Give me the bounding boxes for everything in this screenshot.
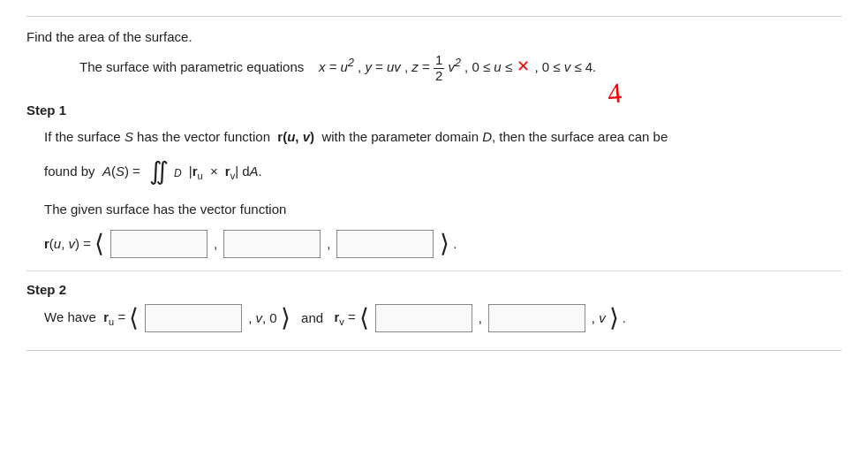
ruv-box3-input[interactable] [336, 230, 434, 258]
rv-box1-input[interactable] [375, 304, 472, 332]
find-area-text: Find the area of the surface. [26, 29, 842, 44]
step1-formula-line: found by A(S) = ∬ D |ru × rv| dA. [44, 159, 842, 186]
step1-ruv-formula: r(u, v) = ⟨ , , ⟩ . [44, 230, 842, 258]
step1-rv: rv| dA. [225, 159, 262, 186]
step1-label: Step 1 [26, 103, 842, 118]
step1-given-block: The given surface has the vector functio… [44, 197, 842, 258]
problem-eq-x: x [319, 59, 326, 74]
problem-eq-v: v [564, 59, 571, 74]
step1-with: with the parameter domain D, then the su… [318, 129, 668, 144]
problem-eq-eq2: = [375, 59, 387, 74]
step1-found-by: found by A(S) = [44, 159, 144, 185]
problem-eq-u2: u2 [341, 59, 354, 74]
step2-period: . [623, 306, 626, 331]
step2-content: We have ru = ⟨ , v, 0 ⟩ and rv = ⟨ , , v… [44, 304, 842, 332]
angle-left-icon: ⟨ [94, 232, 104, 256]
problem-statement: The surface with parametric equations x … [79, 53, 842, 83]
step2-we-have: We have ru = [44, 305, 125, 331]
page: Find the area of the surface. The surfac… [0, 0, 868, 472]
step2-angle-right1-icon: ⟩ [281, 306, 291, 331]
double-int-d: D [174, 164, 182, 184]
step2-comma2: , [479, 306, 482, 331]
step2-comma1: , v, 0 [248, 306, 277, 331]
problem-eq-v2: v2 [448, 59, 460, 74]
step2-rv-label: rv = [334, 305, 355, 331]
ruv-box1-input[interactable] [110, 230, 208, 258]
problem-eq-y: y [365, 59, 372, 74]
ruv-comma1: , [214, 232, 217, 257]
bottom-border [26, 350, 842, 351]
step1-section: Step 1 If the surface S has the vector f… [26, 103, 842, 258]
problem-intro: The surface with parametric equations [79, 59, 304, 74]
step1-given-text: The given surface has the vector functio… [44, 197, 842, 223]
annotation-4: 4 [606, 68, 624, 118]
step1-norm1: |ru [185, 159, 203, 186]
step1-cross-icon: × [207, 159, 222, 185]
step2-angle-right2-icon: ⟩ [609, 306, 619, 331]
double-integral-icon: ∬ [149, 159, 169, 184]
problem-eq-uv: uv [387, 59, 401, 74]
problem-eq-comma3: , 0 ≤ [464, 59, 494, 74]
top-border [26, 16, 842, 17]
step2-angle-left2-icon: ⟨ [359, 306, 369, 331]
step2-angle-left1-icon: ⟨ [129, 306, 139, 331]
step2-formula-line: We have ru = ⟨ , v, 0 ⟩ and rv = ⟨ , , v… [44, 304, 842, 332]
step1-intro: If the surface S has the vector function [44, 129, 274, 144]
problem-eq-half: 12 [434, 53, 444, 83]
step2-and: and [294, 306, 331, 331]
step-divider [26, 270, 842, 271]
step2-section: Step 2 We have ru = ⟨ , v, 0 ⟩ and rv = … [26, 282, 842, 332]
find-text: Find the area of the surface. [26, 29, 192, 44]
problem-eq-comma4: , 0 ≤ [534, 59, 563, 74]
rv-box2-input[interactable] [488, 304, 585, 332]
angle-right-icon: ⟩ [440, 232, 449, 256]
ruv-comma2: , [327, 232, 330, 257]
problem-eq-leq: ≤ [505, 59, 516, 74]
problem-eq-z: z [411, 59, 419, 74]
ruv-period: . [453, 232, 457, 257]
step2-comma3: , v [592, 306, 606, 331]
step2-label: Step 2 [26, 282, 842, 297]
step1-ruv: r(u, v) [277, 129, 314, 144]
problem-eq-eq3: = [422, 59, 434, 74]
step1-content: If the surface S has the vector function… [44, 125, 842, 258]
red-cross-icon: ✕ [517, 53, 530, 80]
problem-eq-u: u [494, 59, 501, 74]
step1-ruv-label: r(u, v) = [44, 232, 91, 257]
ruv-box2-input[interactable] [223, 230, 321, 258]
ru-box1-input[interactable] [145, 304, 242, 332]
step1-text-block: If the surface S has the vector function… [44, 125, 842, 150]
problem-eq-eq1: = [329, 59, 341, 74]
problem-eq-leq2: ≤ 4. [574, 59, 596, 74]
